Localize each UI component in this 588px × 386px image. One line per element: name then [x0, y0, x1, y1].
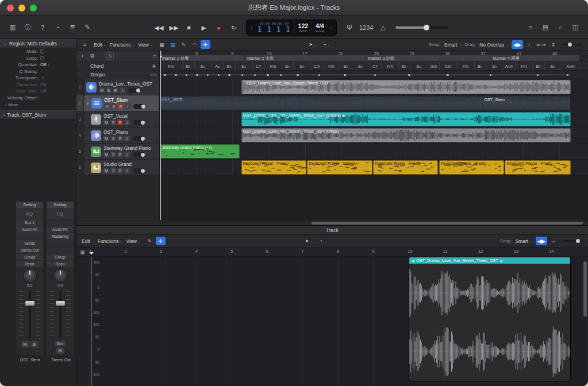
pencil-icon[interactable]: ✎: [179, 40, 189, 49]
pointer-tool[interactable]: ➤⌄: [307, 42, 318, 47]
forward-button[interactable]: ▶▶: [167, 21, 180, 34]
disclosure-icon[interactable]: ∨: [86, 101, 89, 106]
channel-slot[interactable]: Sends: [16, 240, 43, 246]
volume-fader[interactable]: [16, 289, 43, 339]
tempo-node[interactable]: [408, 74, 410, 76]
toolbar-toggle-icon[interactable]: ≡: [524, 21, 537, 34]
bar-ruler[interactable]: 159131721252933374145 Marker 1 前奏Marker …: [160, 51, 588, 62]
channel-slot[interactable]: Stereo Out: [16, 247, 43, 253]
crosshair-tool-icon[interactable]: ✛: [156, 237, 166, 245]
grid-icon[interactable]: ▦: [157, 40, 167, 49]
channel-slot[interactable]: Read: [16, 261, 43, 267]
tempo-node[interactable]: [280, 74, 282, 76]
channel-slot[interactable]: Bus 1: [16, 219, 43, 226]
smart-controls-icon[interactable]: ◔: [51, 21, 64, 34]
region-midi[interactable]: Keyboard Player - Freely: [439, 160, 504, 175]
command-click-tool[interactable]: +⌄: [318, 238, 329, 244]
library-icon[interactable]: ▥: [6, 21, 20, 34]
editor-menu-functions[interactable]: Functions⌄: [96, 238, 125, 244]
region-audio[interactable]: OST_Drama_Love_You_Seven_Times_OST (Voca…: [241, 112, 571, 126]
tempo-node[interactable]: [254, 74, 256, 76]
tempo-node[interactable]: [490, 74, 492, 76]
track-header-steinway-grand-piano[interactable]: 5Steinway Grand PianoMSRI: [76, 144, 159, 160]
region-more-row[interactable]: ›More: [0, 101, 76, 108]
fader-cap[interactable]: [25, 301, 34, 306]
chord-cell[interactable]: A♭m: [562, 62, 579, 70]
record-button[interactable]: ●: [212, 21, 225, 34]
master-volume-knob[interactable]: [424, 25, 429, 30]
chord-cell[interactable]: C7: [370, 62, 382, 70]
channel-eq-display[interactable]: EQ: [47, 209, 74, 219]
bounce-button[interactable]: Bnc: [55, 341, 66, 346]
editor-snap-select[interactable]: Smart: [515, 238, 528, 244]
track-onoff-toggle[interactable]: [133, 152, 145, 157]
r-button[interactable]: R: [117, 119, 123, 125]
fader-cap[interactable]: [56, 301, 65, 306]
mixer-icon[interactable]: ≣: [66, 21, 79, 34]
chord-cell[interactable]: E♭: [545, 62, 562, 70]
lcd-dropdown-icon[interactable]: ⌄: [328, 25, 334, 30]
editor-bar-ruler[interactable]: 1234567891011121314: [89, 248, 588, 256]
m-button[interactable]: M: [104, 103, 110, 109]
chord-cell[interactable]: E♭: [352, 62, 370, 70]
snap-select[interactable]: Smart: [444, 42, 458, 48]
m-button[interactable]: M: [103, 168, 109, 173]
s-button[interactable]: S: [110, 136, 116, 141]
param-value[interactable]: Off: [40, 88, 47, 94]
tempo-track-header[interactable]: Tempo 170: [76, 71, 159, 79]
catch-playhead-icon[interactable]: ◀▶: [536, 237, 547, 245]
checkbox[interactable]: [40, 49, 44, 53]
track-onoff-toggle[interactable]: [133, 104, 146, 109]
chord-cell[interactable]: Fm: [160, 62, 183, 70]
r-button[interactable]: R: [113, 87, 118, 93]
editor-playhead[interactable]: [91, 257, 91, 386]
tempo-node[interactable]: [567, 74, 569, 76]
param-value[interactable]: Off⇕: [40, 62, 51, 67]
channel-slot[interactable]: Audio FX: [47, 226, 74, 233]
tracks-menu-icon[interactable]: ≡: [80, 40, 90, 49]
master-volume-slider[interactable]: [395, 26, 448, 29]
chord-cell[interactable]: Fm: [265, 62, 282, 70]
param-value[interactable]: [40, 56, 44, 60]
i-button[interactable]: I: [124, 119, 130, 125]
s-button[interactable]: S: [110, 168, 116, 173]
volume-fader[interactable]: [47, 289, 74, 339]
track-stack-button[interactable]: ⧉: [89, 52, 96, 60]
param-value[interactable]: ⇕: [40, 76, 44, 80]
glue-icon[interactable]: ◠: [190, 40, 199, 49]
chord-cell[interactable]: B♭: [282, 62, 294, 70]
play-button[interactable]: ▶: [197, 21, 210, 34]
chord-cell[interactable]: Fm: [382, 62, 399, 70]
channel-slot[interactable]: Group: [47, 254, 74, 260]
solo-button[interactable]: S: [30, 341, 39, 348]
channel-slot[interactable]: Mastering: [47, 233, 74, 240]
pencil-icon[interactable]: ✎: [145, 237, 155, 245]
r-button[interactable]: R: [118, 103, 124, 109]
m-button[interactable]: M: [99, 87, 105, 93]
checkbox[interactable]: [40, 56, 44, 60]
lanes-view-icon[interactable]: ▤: [168, 40, 178, 49]
chord-cell[interactable]: B♭: [183, 62, 195, 70]
track-onoff-toggle[interactable]: [128, 88, 141, 93]
add-track-button[interactable]: +: [79, 52, 86, 60]
stepper-icon[interactable]: ⇕: [48, 63, 51, 67]
channel-setting-button[interactable]: Setting: [16, 202, 43, 208]
horizontal-scrollbar[interactable]: [76, 220, 588, 225]
metronome-icon[interactable]: △: [376, 21, 390, 34]
tempo-node[interactable]: [228, 74, 230, 76]
browsers-icon[interactable]: ◫: [568, 21, 582, 34]
catch-playhead-icon[interactable]: ◀▶: [512, 40, 523, 49]
chord-cell[interactable]: B♭: [399, 62, 411, 70]
stop-button[interactable]: ■: [182, 21, 195, 34]
chord-cell[interactable]: Fm: [323, 62, 340, 70]
editor-title-bar[interactable]: Track: [76, 226, 588, 235]
lane-drama[interactable]: ◉OST_Drama_Love_You_Seven_Times_OST: [160, 79, 588, 95]
playhead[interactable]: [160, 51, 161, 220]
pointer-tool[interactable]: ➤⌄: [303, 238, 315, 244]
channel-slot[interactable]: Read: [47, 261, 74, 267]
s-button[interactable]: S: [110, 119, 116, 125]
region-inspector-header[interactable]: ⌄ Region: MIDI Defaults: [0, 39, 76, 48]
tempo-node[interactable]: [447, 74, 449, 76]
tuner-icon[interactable]: Ψ: [343, 21, 356, 34]
s-button[interactable]: S: [106, 87, 112, 93]
